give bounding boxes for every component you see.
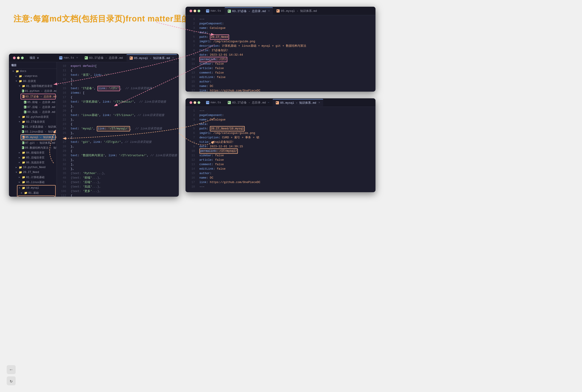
window-close[interactable] — [13, 56, 16, 59]
tab-mysql-md-label: 05.mysql - 知识体系.md — [134, 56, 170, 60]
tab-close[interactable]: × — [318, 101, 320, 104]
tree-01-jich[interactable]: ▶ 📁 01.基础 — [18, 190, 55, 195]
window-minimize[interactable] — [194, 10, 196, 12]
tree-03-it[interactable]: ▼ 📁 03.IT备目录页 — [9, 119, 56, 124]
tab-nav-ts-label: nav.ts — [64, 56, 74, 60]
tree-vuepress[interactable]: ▶ 📁 .vuepress — [9, 74, 56, 79]
folder-icon: 📁 — [24, 191, 28, 195]
tree-label: 03.IT备目录页 — [26, 120, 45, 124]
tree-label: 07.git - 知识体系.md — [25, 141, 55, 145]
tree-python-md[interactable]: M↓ 01.python - 总目录.md — [9, 88, 56, 94]
ts-icon: TS — [206, 10, 209, 12]
tab-mysql-tr[interactable]: M↓ 05.mysql - 知识体系.md — [273, 8, 320, 14]
tree-label: 01.计算及基础 - 知识体系.md — [25, 125, 57, 129]
arrow: ▶ — [19, 151, 22, 154]
tree-10-python[interactable]: ▶ 📁 10.python_Need — [9, 165, 56, 170]
tree-label: 03.IT必备 - 总目录.md — [26, 95, 56, 98]
tree-label: 05.mysql - 知识体系.md — [26, 136, 57, 139]
tree-02-jinjie[interactable]: ▼ 📁 02.进阶 ⟨⟨ — [18, 196, 54, 197]
md-icon: M↓ — [276, 101, 279, 104]
arrow: ▼ — [12, 70, 16, 73]
arrow: ▼ — [19, 187, 22, 189]
md-icon: M↓ — [22, 146, 24, 149]
br-tabbar: TS nav.ts M↓ 03.IT必备 - 总目录.md → M↓ 05.my… — [186, 98, 376, 107]
tree-it-md[interactable]: M↓ 03.IT必备 - 总目录.md — [21, 94, 55, 99]
tree-linux[interactable]: M↓ 03.linux基础 - 知识体系.md — [9, 129, 56, 134]
tree-20-it[interactable]: ▼ 📁 20.IT_Need — [9, 170, 56, 175]
tab-nav-ts-br[interactable]: TS nav.ts — [203, 99, 224, 106]
tab-label: 03.IT必备 - 总目录.md — [232, 100, 266, 104]
tab-it-md[interactable]: M↓ 03.IT必备 - 总目录.md — [82, 54, 126, 62]
tree-02-python[interactable]: ▶ 📁 02.python目录页 — [9, 114, 56, 119]
md-icon: M↓ — [22, 95, 24, 98]
window-minimize[interactable] — [194, 101, 196, 104]
tree-linux2[interactable]: ▶ 📁 05.linux基础 — [9, 180, 56, 184]
tree-label: 05.后端目录页 — [26, 156, 44, 160]
window-maximize[interactable] — [21, 56, 24, 59]
md-orange-icon: M↓ — [130, 56, 133, 60]
md-icon: M↓ — [24, 101, 26, 104]
md-icon: M↓ — [24, 106, 26, 108]
br-line-numbers: 12345 678910 1112131415 161718 — [186, 107, 197, 192]
md-icon: M↓ — [22, 130, 24, 133]
folder-icon: 📁 — [19, 80, 22, 83]
tree-10mysql[interactable]: ▼ 📁 10.mysql — [18, 186, 55, 190]
forward-icon[interactable]: ↻ — [7, 376, 16, 385]
tree-jisuan[interactable]: M↓ 01.计算及基础 - 知识体系.md — [9, 124, 56, 129]
window-maximize[interactable] — [198, 10, 200, 12]
tree-label: 05.linux基础 — [26, 180, 44, 184]
tab-it-tr[interactable]: M↓ 03.IT必备 - 总目录.md × — [224, 8, 273, 14]
arrow: ▶ — [21, 192, 24, 194]
file-tree-header: 项目 — [9, 62, 56, 69]
folder-icon: 📁 — [19, 75, 22, 78]
window-maximize[interactable] — [198, 101, 200, 104]
tab-nav-ts[interactable]: TS nav.ts × — [56, 54, 81, 62]
md-icon: M↓ — [22, 90, 24, 92]
tree-docs[interactable]: ▼ 📁 docs — [9, 69, 56, 74]
tree-04[interactable]: ▶ 📁 04.前端目录页 — [9, 150, 56, 155]
tree-06[interactable]: ▶ 📁 06.实战目录页 — [9, 160, 56, 165]
tab-label: 05.mysql - 知识体系.md — [281, 9, 317, 13]
tree-mysql-active[interactable]: M↓ 05.mysql - 知识体系.md — [21, 135, 55, 140]
tree-label: 02.进阶 — [27, 197, 37, 197]
md-icon: M↓ — [276, 10, 280, 12]
folder-icon: 📁 — [22, 151, 25, 154]
tree-shizhan-md[interactable]: M↓ 09.实战 - 总目录.md — [9, 110, 56, 114]
tree-00[interactable]: ▼ 📁 00.目录页 — [9, 79, 56, 84]
window-close[interactable] — [190, 101, 192, 104]
main-editor-tabbar: 项目 ∨ TS nav.ts × M↓ 03.IT必备 - 总目录.md M↓ … — [9, 54, 179, 62]
project-title: 项目 — [11, 64, 16, 67]
tree-backend-md[interactable]: M↓ 07.后端 - 总目录.md — [9, 104, 56, 110]
tree-frontend-md[interactable]: M↓ 05.前端 - 总目录.md — [9, 100, 56, 104]
md-icon: M↓ — [228, 10, 231, 13]
window-close[interactable] — [190, 10, 192, 12]
tab-nav-ts-tr[interactable]: TS nav.ts — [203, 8, 224, 14]
back-icon[interactable]: ← — [7, 365, 16, 374]
arrow: ▶ — [16, 75, 19, 78]
tab-mysql-br[interactable]: M↓ 05.mysql - 知识体系.md × — [273, 99, 323, 106]
tab-close-mysql[interactable]: × — [172, 56, 174, 60]
tab-it-br[interactable]: M↓ 03.IT必备 - 总目录.md → — [224, 99, 272, 106]
tree-05[interactable]: ▶ 📁 05.后端目录页 — [9, 155, 56, 160]
tab-close[interactable]: × — [268, 10, 270, 13]
tree-shujujiegou[interactable]: M↓ 09.数据结构与算法 - 知识体系.md — [9, 145, 56, 150]
folder-icon: 📁 — [22, 161, 25, 164]
tree-01-nav[interactable]: ▼ 📁 01.顶部导航栏目录页 — [9, 84, 56, 88]
arrow: ▼ — [19, 121, 22, 123]
tab-label: nav.ts — [210, 101, 221, 104]
tree-git[interactable]: M↓ 07.git - 知识体系.md — [9, 140, 56, 145]
tab-close[interactable]: × — [76, 56, 78, 60]
tab-mysql-md[interactable]: M↓ 05.mysql - 知识体系.md × — [126, 54, 177, 62]
top-right-tabbar: TS nav.ts M↓ 03.IT必备 - 总目录.md × M↓ 05.my… — [186, 7, 376, 15]
project-label: 项目 ∨ — [30, 56, 39, 60]
tab-label: 03.IT必备 - 总目录.md — [232, 9, 266, 13]
window-minimize[interactable] — [17, 56, 20, 59]
arrow: ▶ — [19, 181, 22, 184]
main-editor-window: 项目 ∨ TS nav.ts × M↓ 03.IT必备 - 总目录.md M↓ … — [9, 54, 179, 197]
tree-label: 01.顶部导航栏目录页 — [26, 84, 52, 88]
tree-jisuanji[interactable]: ▶ 📁 01.计算机基础 — [9, 175, 56, 180]
tree-label: 01.python - 总目录.md — [25, 89, 57, 93]
folder-icon: 📁 — [22, 115, 25, 119]
tab-filetree[interactable]: 项目 ∨ — [26, 54, 42, 62]
tree-label: 06.实战目录页 — [26, 161, 44, 164]
